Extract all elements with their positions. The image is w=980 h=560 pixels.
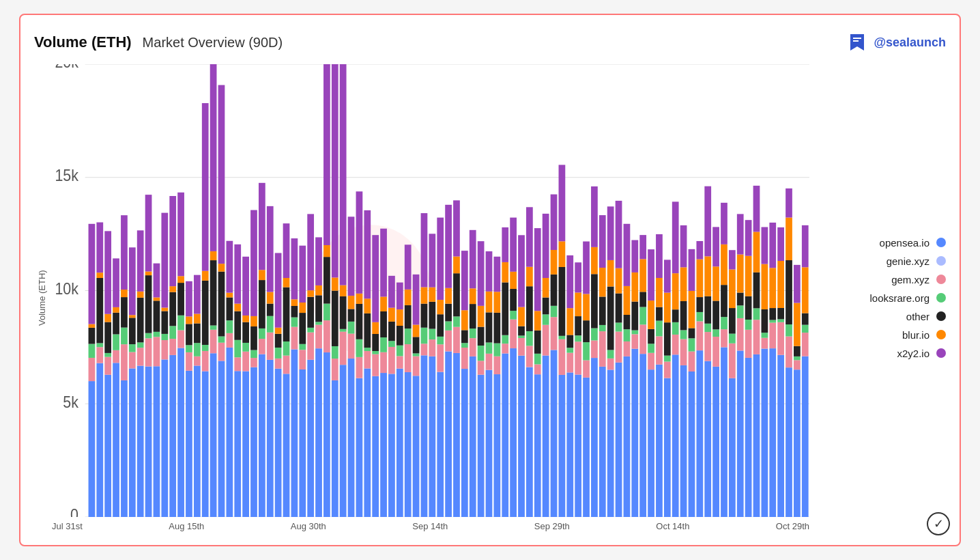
svg-rect-33: [113, 307, 119, 313]
svg-rect-144: [267, 333, 274, 360]
svg-rect-187: [323, 304, 330, 321]
svg-rect-201: [340, 285, 347, 296]
svg-rect-301: [478, 346, 485, 361]
svg-rect-404: [616, 294, 622, 323]
svg-rect-239: [397, 369, 403, 517]
svg-rect-401: [616, 363, 622, 517]
svg-rect-403: [616, 322, 622, 331]
legend-label-gem: gem.xyz: [891, 274, 929, 285]
svg-rect-168: [299, 350, 306, 369]
svg-rect-493: [737, 305, 744, 318]
svg-rect-372: [575, 341, 581, 374]
svg-rect-146: [267, 304, 274, 316]
svg-rect-171: [299, 303, 306, 313]
svg-rect-352: [543, 214, 549, 278]
svg-rect-420: [639, 324, 646, 354]
svg-rect-255: [413, 325, 420, 337]
svg-rect-165: [291, 299, 298, 306]
svg-rect-499: [745, 320, 752, 330]
chart-body: Volume (ETH) 20k 15k 10k 5k 0: [34, 64, 946, 531]
svg-rect-31: [113, 334, 119, 350]
svg-rect-241: [397, 346, 403, 356]
legend-item-other: other: [826, 311, 946, 322]
svg-rect-13: [89, 344, 96, 358]
svg-rect-45: [129, 315, 136, 318]
svg-rect-230: [380, 311, 387, 337]
svg-rect-126: [242, 352, 249, 372]
svg-rect-29: [113, 363, 119, 517]
svg-rect-521: [777, 355, 784, 517]
svg-rect-60: [154, 337, 160, 366]
svg-rect-502: [745, 220, 752, 256]
legend-item-opensea: opensea.io: [826, 237, 946, 249]
x-axis: Jul 31st Aug 15th Aug 30th Sep 14th Sep …: [52, 517, 809, 531]
svg-rect-486: [729, 344, 736, 378]
svg-rect-177: [307, 290, 314, 297]
svg-rect-22: [96, 223, 103, 273]
svg-rect-425: [648, 369, 654, 517]
svg-rect-28: [104, 231, 111, 313]
svg-rect-141: [259, 270, 265, 280]
svg-rect-466: [696, 241, 703, 260]
svg-rect-507: [753, 232, 760, 272]
svg-rect-537: [794, 303, 801, 346]
svg-rect-323: [510, 348, 517, 517]
svg-rect-374: [575, 316, 581, 335]
svg-rect-221: [372, 376, 379, 517]
svg-rect-214: [356, 191, 363, 293]
svg-rect-305: [486, 370, 493, 517]
legend-item-gem: gem.xyz: [826, 274, 946, 285]
svg-rect-102: [210, 330, 217, 353]
svg-rect-347: [543, 356, 549, 517]
svg-rect-350: [543, 298, 549, 315]
svg-rect-54: [145, 338, 152, 366]
svg-rect-174: [307, 333, 314, 360]
svg-rect-134: [250, 326, 257, 350]
svg-rect-103: [210, 326, 217, 330]
svg-rect-304: [478, 241, 485, 306]
svg-rect-280: [445, 205, 452, 288]
svg-rect-50: [137, 298, 144, 343]
svg-rect-543: [802, 267, 809, 313]
svg-rect-180: [315, 325, 322, 349]
svg-rect-484: [721, 203, 727, 244]
svg-rect-52: [137, 230, 144, 291]
svg-rect-436: [656, 234, 663, 278]
svg-rect-275: [445, 351, 452, 517]
svg-rect-525: [777, 261, 784, 308]
svg-rect-339: [526, 267, 533, 286]
svg-rect-119: [234, 371, 241, 517]
svg-rect-439: [664, 356, 671, 362]
svg-rect-155: [283, 374, 290, 517]
svg-rect-366: [566, 353, 573, 373]
svg-rect-57: [145, 272, 152, 276]
svg-rect-513: [762, 264, 768, 309]
svg-rect-176: [307, 297, 314, 328]
svg-rect-121: [234, 340, 241, 358]
svg-rect-370: [566, 255, 573, 308]
svg-rect-16: [89, 224, 96, 324]
x-tick-5: Sep 29th: [534, 521, 570, 531]
svg-rect-289: [461, 343, 468, 348]
svg-rect-67: [161, 334, 168, 340]
svg-rect-342: [534, 364, 541, 374]
svg-rect-194: [332, 291, 338, 346]
svg-rect-27: [104, 314, 111, 322]
chart-title-sub: Market Overview (90D): [143, 35, 283, 51]
svg-rect-386: [591, 274, 598, 328]
svg-rect-88: [186, 281, 192, 317]
svg-rect-368: [566, 335, 573, 348]
svg-rect-437: [664, 378, 671, 517]
svg-rect-114: [226, 333, 233, 348]
svg-rect-509: [762, 348, 768, 517]
svg-rect-410: [624, 315, 631, 329]
legend-label-opensea: opensea.io: [880, 237, 929, 249]
svg-rect-69: [161, 308, 168, 311]
svg-rect-369: [566, 308, 573, 335]
svg-rect-81: [177, 276, 184, 283]
svg-rect-262: [421, 213, 428, 287]
svg-rect-359: [559, 375, 566, 517]
svg-rect-156: [283, 356, 290, 374]
svg-rect-387: [591, 247, 598, 274]
svg-rect-44: [129, 318, 136, 344]
